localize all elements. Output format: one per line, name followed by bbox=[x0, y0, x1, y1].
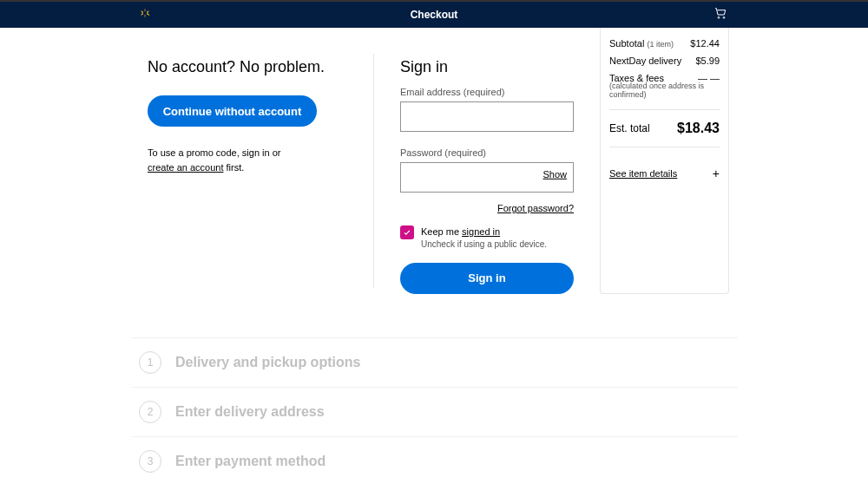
signin-title: Sign in bbox=[400, 58, 574, 76]
est-total-label: Est. total bbox=[609, 122, 650, 134]
vertical-divider bbox=[373, 54, 374, 288]
step-label: Enter delivery address bbox=[175, 404, 325, 420]
forgot-password-link[interactable]: Forgot password? bbox=[497, 203, 574, 213]
svg-point-1 bbox=[723, 16, 725, 18]
svg-point-0 bbox=[718, 16, 720, 18]
step-delivery-address: 2 Enter delivery address bbox=[132, 388, 738, 437]
promo-code-note: To use a promo code, sign in or create a… bbox=[148, 146, 347, 174]
subtotal-value: $12.44 bbox=[690, 38, 720, 49]
continue-without-account-button[interactable]: Continue without account bbox=[148, 95, 317, 127]
step-label: Enter payment method bbox=[175, 454, 326, 469]
taxes-note: (calculated once address is confirmed) bbox=[609, 82, 720, 99]
step-number: 2 bbox=[139, 401, 161, 423]
step-number: 3 bbox=[139, 450, 161, 473]
step-delivery-options: 1 Delivery and pickup options bbox=[132, 337, 738, 388]
nextday-label: NextDay delivery bbox=[609, 56, 681, 66]
password-label: Password (required) bbox=[400, 147, 574, 158]
see-item-details-link[interactable]: See item details bbox=[609, 168, 677, 179]
est-total-value: $18.43 bbox=[677, 121, 720, 136]
show-password-button[interactable]: Show bbox=[542, 169, 567, 180]
signin-button[interactable]: Sign in bbox=[400, 263, 574, 294]
summary-divider bbox=[609, 109, 720, 110]
page-title: Checkout bbox=[411, 9, 458, 21]
step-payment-method: 3 Enter payment method bbox=[132, 437, 738, 477]
step-label: Delivery and pickup options bbox=[175, 355, 360, 370]
plus-icon[interactable]: + bbox=[713, 167, 720, 180]
no-account-title: No account? No problem. bbox=[148, 58, 347, 76]
summary-divider-2 bbox=[609, 147, 720, 147]
email-field[interactable] bbox=[400, 101, 574, 132]
keep-signed-in-row: Keep me signed in Uncheck if using a pub… bbox=[400, 225, 574, 251]
walmart-logo-icon[interactable] bbox=[139, 7, 151, 23]
cart-icon[interactable] bbox=[713, 6, 727, 23]
signed-in-link[interactable]: signed in bbox=[462, 226, 500, 237]
order-summary: Subtotal (1 item) $12.44 NextDay deliver… bbox=[600, 28, 729, 294]
keep-signed-in-checkbox[interactable] bbox=[400, 225, 414, 239]
header: Checkout bbox=[0, 2, 868, 28]
no-account-section: No account? No problem. Continue without… bbox=[148, 58, 347, 294]
signin-section: Sign in Email address (required) Passwor… bbox=[400, 58, 574, 294]
nextday-value: $5.99 bbox=[695, 56, 720, 66]
step-number: 1 bbox=[139, 351, 161, 374]
create-account-link[interactable]: create an account bbox=[148, 162, 223, 173]
checkout-steps: 1 Delivery and pickup options 2 Enter de… bbox=[132, 337, 738, 477]
email-label: Email address (required) bbox=[400, 87, 574, 97]
